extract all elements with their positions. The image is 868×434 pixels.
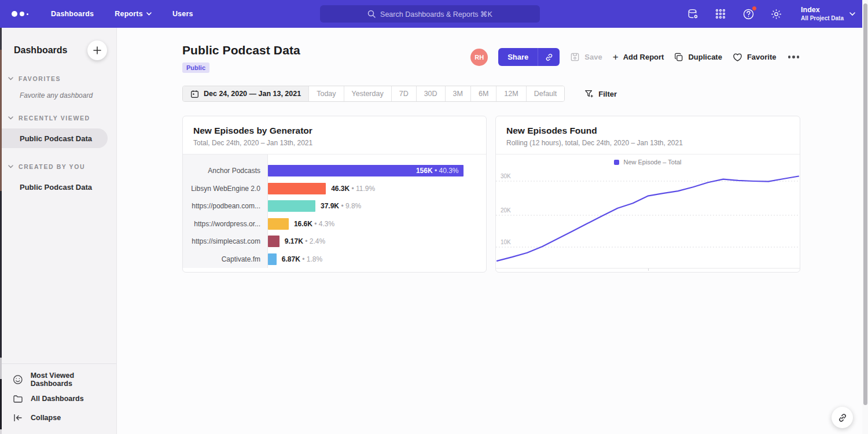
link-icon	[545, 53, 554, 62]
bar-chart-subtitle: Total, Dec 24th, 2020 – Jan 13th, 2021	[193, 139, 476, 147]
more-options-button[interactable]	[787, 53, 801, 61]
bar-chart-plot: Anchor Podcasts156K • 40.3%Libsyn WebEng…	[183, 155, 486, 268]
smiley-icon	[13, 374, 23, 385]
line-series[interactable]	[497, 176, 799, 261]
bar-fill[interactable]	[268, 218, 289, 230]
date-preset-yesterday[interactable]: Yesterday	[344, 86, 392, 101]
bar-track: 156K • 40.3%	[268, 165, 475, 176]
duplicate-label: Duplicate	[688, 53, 722, 61]
bar-fill[interactable]	[268, 253, 277, 265]
bar-fill[interactable]	[268, 236, 279, 247]
calendar-icon	[190, 90, 199, 98]
sidebar-item-public-podcast-data-created[interactable]: Public Podcast Data	[0, 177, 116, 197]
project-name: Index	[801, 6, 844, 14]
folder-icon	[13, 393, 23, 404]
all-dashboards-label: All Dashboards	[31, 395, 84, 403]
nav-dashboards-label: Dashboards	[51, 10, 94, 18]
nav-reports-label: Reports	[115, 10, 143, 18]
project-switcher[interactable]: Index All Project Data	[801, 6, 855, 22]
date-preset-3m[interactable]: 3M	[446, 86, 471, 101]
section-created-by-you-label: CREATED BY YOU	[19, 163, 85, 170]
bar-track: 6.87K • 1.8%	[268, 253, 475, 265]
avatar[interactable]: RH	[470, 49, 488, 66]
link-icon	[837, 413, 848, 423]
bar-category-label: Captivate.fm	[183, 255, 268, 263]
all-dashboards-button[interactable]: All Dashboards	[0, 389, 116, 408]
duplicate-icon	[674, 53, 683, 62]
bar-chart-title: New Episodes by Generator	[193, 126, 476, 136]
sidebar: Dashboards FAVORITES Favorite any dashbo…	[0, 28, 117, 434]
y-tick-label: 20K	[501, 207, 511, 214]
legend-label: New Episode – Total	[623, 159, 681, 165]
bar-fill[interactable]	[268, 183, 326, 194]
bar-category-label: Anchor Podcasts	[183, 167, 268, 175]
date-preset-12m[interactable]: 12M	[496, 86, 526, 101]
sidebar-item-public-podcast-data[interactable]: Public Podcast Data	[0, 128, 108, 148]
line-chart-subtitle: Rolling (12 hours), total, Dec 24th, 202…	[506, 139, 789, 147]
bar-category-label: https://simplecast.com	[183, 237, 268, 245]
share-button[interactable]: Share	[498, 48, 538, 66]
main-content: Public Podcast Data Public RH Share Save…	[117, 28, 862, 434]
top-navbar: Dashboards Reports Users Search Dashboar…	[0, 0, 868, 28]
date-preset-default[interactable]: Default	[527, 86, 565, 101]
bar-row: Captivate.fm6.87K • 1.8%	[183, 251, 486, 269]
bar-track: 37.9K • 9.8%	[268, 200, 475, 212]
favorite-button[interactable]: Favorite	[733, 53, 777, 62]
chevron-down-icon	[849, 12, 855, 16]
filter-button[interactable]: Filter	[584, 89, 617, 98]
heart-icon	[733, 53, 742, 62]
chevron-down-icon	[146, 12, 152, 16]
floating-link-button[interactable]	[832, 407, 853, 428]
nav-users[interactable]: Users	[172, 10, 193, 18]
project-subtitle: All Project Data	[801, 14, 844, 22]
bar-track: 16.6K • 4.3%	[268, 218, 475, 230]
favorite-label: Favorite	[747, 53, 777, 61]
duplicate-button[interactable]: Duplicate	[674, 53, 722, 62]
page-scrollbar[interactable]	[862, 0, 868, 434]
settings-gear-icon[interactable]	[770, 8, 782, 20]
x-axis: DEC 24 JAN 03 JAN 13	[496, 268, 800, 273]
plus-icon: +	[613, 52, 619, 63]
search-input[interactable]: Search Dashboards & Reports ⌘K	[320, 5, 540, 23]
section-created-by-you[interactable]: CREATED BY YOU	[0, 163, 116, 170]
app-logo-icon[interactable]	[12, 11, 36, 17]
bar-value-label: 9.17K • 2.4%	[285, 237, 325, 245]
date-preset-7d[interactable]: 7D	[392, 86, 417, 101]
section-favorites[interactable]: FAVORITES	[0, 75, 116, 82]
public-badge: Public	[182, 62, 209, 73]
x-tick	[648, 269, 649, 271]
nav-dashboards[interactable]: Dashboards	[51, 10, 94, 18]
collapse-sidebar-button[interactable]: Collapse	[0, 408, 116, 427]
help-icon[interactable]	[742, 8, 755, 20]
bar-value-label: 46.3K • 11.9%	[331, 185, 375, 193]
date-preset-30d[interactable]: 30D	[417, 86, 446, 101]
bar-category-label: https://podbean.com...	[183, 202, 268, 210]
bar-track: 9.17K • 2.4%	[268, 236, 475, 247]
chevron-down-icon	[8, 116, 13, 120]
bar-chart-card: New Episodes by Generator Total, Dec 24t…	[182, 116, 487, 273]
bar-fill[interactable]	[268, 200, 315, 212]
favorites-empty-text: Favorite any dashboard	[0, 82, 116, 100]
line-chart-plot: 10K20K30K	[496, 170, 800, 268]
apps-grid-icon[interactable]	[714, 8, 727, 20]
bar-row: Anchor Podcasts156K • 40.3%	[183, 162, 486, 180]
collapse-label: Collapse	[31, 414, 61, 422]
bar-row: https://podbean.com...37.9K • 9.8%	[183, 197, 486, 215]
date-range-button[interactable]: Dec 24, 2020 — Jan 13, 2021	[183, 86, 309, 101]
y-tick-label: 30K	[501, 173, 511, 179]
date-preset-today[interactable]: Today	[309, 86, 344, 101]
save-button[interactable]: Save	[570, 52, 602, 62]
nav-reports[interactable]: Reports	[115, 10, 152, 18]
data-sources-icon[interactable]	[686, 8, 699, 20]
legend-swatch	[614, 160, 619, 165]
scrollbar-thumb[interactable]	[863, 3, 867, 405]
chevron-down-icon	[8, 165, 13, 168]
date-preset-6m[interactable]: 6M	[471, 86, 496, 101]
add-report-label: Add Report	[623, 53, 664, 61]
save-label: Save	[584, 53, 602, 61]
add-report-button[interactable]: + Add Report	[613, 52, 664, 63]
new-dashboard-button[interactable]	[87, 41, 107, 60]
section-recently-viewed[interactable]: RECENTLY VIEWED	[0, 115, 116, 122]
copy-link-button[interactable]	[538, 48, 560, 66]
most-viewed-dashboards-button[interactable]: Most Viewed Dashboards	[0, 370, 116, 389]
